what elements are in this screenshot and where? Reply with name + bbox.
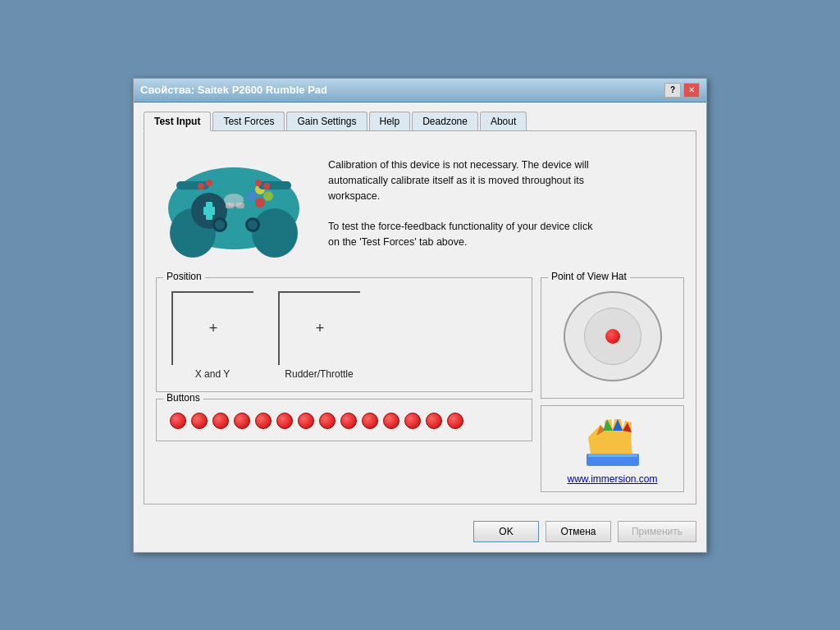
rudder-axis-label: Rudder/Throttle xyxy=(285,368,353,380)
tab-deadzone[interactable]: Deadzone xyxy=(412,112,478,130)
pov-box: Point of View Hat xyxy=(541,277,684,399)
button-dot-3 xyxy=(212,413,229,429)
button-dot-2 xyxy=(191,413,208,429)
main-panels-row: Position + X and Y + xyxy=(156,277,684,492)
tab-about[interactable]: About xyxy=(480,112,527,130)
xy-axis-box: + X and Y xyxy=(171,291,253,380)
button-dot-8 xyxy=(319,413,336,429)
svg-point-19 xyxy=(198,183,204,189)
tab-gain-settings[interactable]: Gain Settings xyxy=(286,112,367,130)
help-window-button[interactable]: ? xyxy=(664,83,681,98)
button-dot-13 xyxy=(426,413,442,429)
svg-point-21 xyxy=(255,180,262,186)
cancel-button[interactable]: Отмена xyxy=(546,521,611,542)
svg-rect-16 xyxy=(176,181,209,189)
button-dot-11 xyxy=(383,413,399,429)
svg-point-6 xyxy=(255,198,265,208)
title-bar: Свойства: Saitek P2600 Rumble Pad ? ✕ xyxy=(134,79,706,103)
rudder-axis-box: + Rudder/Throttle xyxy=(278,291,360,380)
svg-point-2 xyxy=(252,208,298,258)
svg-point-22 xyxy=(263,183,270,189)
main-window: Свойства: Saitek P2600 Rumble Pad ? ✕ Te… xyxy=(133,78,707,553)
tab-test-forces[interactable]: Test Forces xyxy=(212,112,285,130)
svg-rect-30 xyxy=(588,454,637,457)
xy-axis-square: + xyxy=(171,291,253,365)
close-button[interactable]: ✕ xyxy=(683,83,700,98)
svg-point-15 xyxy=(248,220,258,230)
button-dot-9 xyxy=(340,413,357,429)
pov-outer-circle xyxy=(564,291,662,381)
top-section: Calibration of this device is not necess… xyxy=(156,143,684,266)
svg-point-7 xyxy=(263,191,273,201)
title-bar-buttons: ? ✕ xyxy=(664,83,700,98)
button-dot-7 xyxy=(298,413,314,429)
rudder-axis-square: + xyxy=(278,291,360,365)
svg-rect-17 xyxy=(258,181,291,189)
button-dot-6 xyxy=(276,413,293,429)
position-legend: Position xyxy=(163,271,205,282)
buttons-legend: Buttons xyxy=(163,392,203,404)
pov-legend: Point of View Hat xyxy=(548,271,630,282)
pov-indicator-dot xyxy=(605,329,620,344)
gamepad-image xyxy=(156,143,312,266)
buttons-dots-row xyxy=(163,404,525,432)
svg-point-8 xyxy=(247,191,257,201)
svg-rect-5 xyxy=(206,202,212,220)
button-dot-14 xyxy=(447,413,463,429)
rudder-crosshair: + xyxy=(316,320,325,337)
button-dot-1 xyxy=(170,413,186,429)
svg-point-18 xyxy=(224,194,244,207)
immersion-logo-icon xyxy=(580,413,646,470)
tab-bar: Test Input Test Forces Gain Settings Hel… xyxy=(144,111,696,130)
xy-axis-label: X and Y xyxy=(195,368,230,380)
left-column: Position + X and Y + xyxy=(156,277,532,492)
button-dot-5 xyxy=(255,413,272,429)
right-column: Point of View Hat xyxy=(541,277,684,492)
footer: OK Отмена Применить xyxy=(134,513,706,552)
button-dot-4 xyxy=(234,413,250,429)
pov-inner xyxy=(548,283,677,390)
position-inner: + X and Y + Rudder/Throttle xyxy=(163,283,525,383)
tab-help[interactable]: Help xyxy=(369,112,411,130)
immersion-box: www.immersion.com xyxy=(541,405,684,492)
description-text: Calibration of this device is not necess… xyxy=(328,158,592,250)
buttons-box: Buttons xyxy=(156,399,532,441)
window-title: Свойства: Saitek P2600 Rumble Pad xyxy=(140,84,327,96)
tab-test-input[interactable]: Test Input xyxy=(144,112,211,131)
immersion-link[interactable]: www.immersion.com xyxy=(567,473,657,485)
apply-button[interactable]: Применить xyxy=(618,521,696,542)
pov-inner-circle xyxy=(584,308,641,365)
position-box: Position + X and Y + xyxy=(156,277,532,392)
xy-crosshair: + xyxy=(209,320,218,337)
content-area: Test Input Test Forces Gain Settings Hel… xyxy=(134,103,706,513)
svg-point-13 xyxy=(215,220,225,230)
button-dot-12 xyxy=(404,413,421,429)
svg-point-20 xyxy=(206,180,212,186)
tab-panel: Calibration of this device is not necess… xyxy=(144,130,696,504)
ok-button[interactable]: OK xyxy=(473,521,539,542)
button-dot-10 xyxy=(362,413,378,429)
